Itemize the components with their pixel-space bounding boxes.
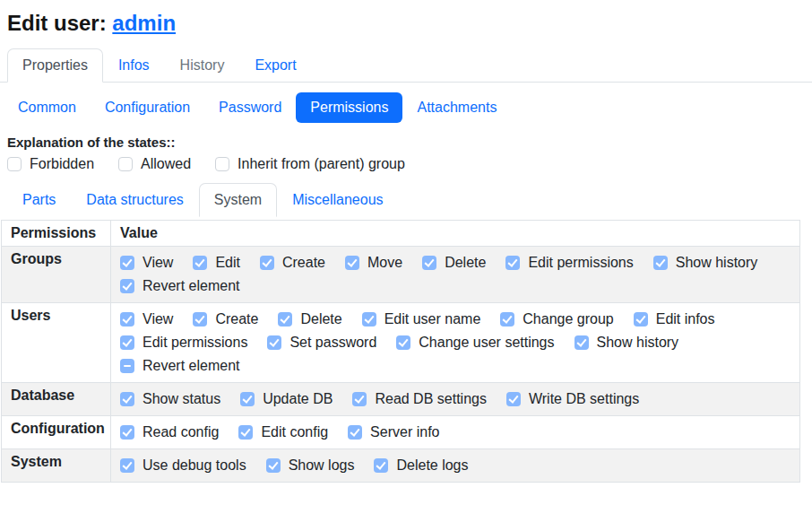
permission-label: Show status [143, 391, 220, 407]
permission-label: Edit infos [656, 311, 715, 327]
main-tab-export[interactable]: Export [239, 48, 311, 83]
permission-line: Show statusUpdate DBRead DB settingsWrit… [120, 387, 790, 411]
pill-tab-password[interactable]: Password [204, 92, 296, 123]
permission-values-cell: Read configEdit configServer info [111, 416, 800, 449]
permission-label: Create [282, 255, 325, 271]
users-edit-permissions-checkbox[interactable] [120, 335, 134, 350]
permission-category-configuration: Configuration [2, 416, 111, 449]
database-write-db-settings-checkbox[interactable] [506, 392, 521, 406]
groups-edit-checkbox[interactable] [193, 256, 207, 270]
database-show-status-checkbox[interactable] [120, 392, 134, 406]
pill-tab-common[interactable]: Common [4, 92, 91, 123]
permission-row-system: SystemUse debug toolsShow logsDelete log… [2, 449, 800, 483]
permission-label: Show logs [289, 457, 355, 474]
permission-item-set-password: Set password [267, 335, 376, 351]
configuration-edit-config-checkbox[interactable] [238, 425, 253, 440]
permission-label: Edit config [261, 424, 328, 440]
permission-label: View [143, 255, 173, 271]
permission-label: Create [215, 311, 258, 327]
sub-tab-parts[interactable]: Parts [7, 183, 71, 217]
states-legend-heading: Explanation of the states:: [7, 135, 805, 150]
permission-label: Delete [300, 311, 341, 327]
permission-row-users: UsersViewCreateDeleteEdit user nameChang… [2, 303, 800, 383]
pill-tab-permissions[interactable]: Permissions [296, 92, 402, 123]
page-title: Edit user: admin [7, 11, 805, 36]
groups-show-history-checkbox[interactable] [653, 256, 668, 270]
sub-tab-miscellaneous[interactable]: Miscellaneous [277, 183, 398, 217]
permission-item-change-group: Change group [500, 311, 613, 327]
permission-line: Revert element [120, 354, 790, 378]
permission-row-configuration: ConfigurationRead configEdit configServe… [2, 416, 800, 449]
permission-item-create: Create [193, 311, 258, 327]
legend-allowed-checkbox[interactable] [118, 157, 133, 171]
permissions-column-header: Permissions [2, 221, 111, 247]
permission-item-move: Move [345, 255, 402, 271]
users-edit-user-name-checkbox[interactable] [362, 312, 376, 327]
permission-item-server-info: Server info [348, 424, 439, 440]
legend-forbidden-checkbox[interactable] [7, 157, 22, 171]
users-create-checkbox[interactable] [193, 312, 207, 327]
permission-item-show-logs: Show logs [266, 457, 355, 474]
permission-label: Read DB settings [375, 391, 487, 407]
configuration-server-info-checkbox[interactable] [348, 425, 362, 440]
main-tab-infos[interactable]: Infos [103, 48, 165, 83]
permission-item-delete: Delete [422, 255, 486, 271]
permission-category-groups: Groups [2, 247, 111, 303]
permission-item-read-db-settings: Read DB settings [352, 391, 487, 407]
users-view-checkbox[interactable] [120, 312, 134, 327]
pill-tab-attachments[interactable]: Attachments [402, 92, 511, 123]
groups-create-checkbox[interactable] [260, 256, 274, 270]
system-use-debug-tools-checkbox[interactable] [120, 458, 134, 473]
groups-move-checkbox[interactable] [345, 256, 359, 270]
permission-label: Delete logs [396, 457, 468, 474]
users-set-password-checkbox[interactable] [267, 335, 281, 350]
system-delete-logs-checkbox[interactable] [374, 458, 388, 473]
users-change-user-settings-checkbox[interactable] [396, 335, 410, 350]
users-show-history-checkbox[interactable] [574, 335, 589, 350]
permission-item-edit-user-name: Edit user name [362, 311, 481, 327]
value-column-header: Value [111, 221, 800, 247]
users-change-group-checkbox[interactable] [500, 312, 514, 327]
main-tab-properties[interactable]: Properties [7, 48, 103, 83]
permission-values-cell: Use debug toolsShow logsDelete logs [111, 449, 800, 483]
permission-label: Edit permissions [143, 335, 247, 351]
groups-edit-permissions-checkbox[interactable] [505, 256, 520, 270]
permission-values-cell: ViewEditCreateMoveDeleteEdit permissions… [111, 247, 800, 303]
legend-inherit-from-parent-group-checkbox[interactable] [215, 157, 229, 171]
main-tabs: PropertiesInfosHistoryExport [0, 48, 812, 83]
sub-tab-system[interactable]: System [199, 183, 277, 217]
permission-item-write-db-settings: Write DB settings [506, 391, 639, 407]
permission-label: Read config [143, 424, 219, 440]
system-show-logs-checkbox[interactable] [266, 458, 281, 473]
permission-item-view: View [120, 255, 173, 271]
users-edit-infos-checkbox[interactable] [634, 312, 648, 327]
permission-values-cell: Show statusUpdate DBRead DB settingsWrit… [111, 383, 800, 416]
permission-label: Edit [215, 255, 240, 271]
configuration-read-config-checkbox[interactable] [120, 425, 134, 440]
permission-item-edit-infos: Edit infos [634, 311, 715, 327]
pill-tab-configuration[interactable]: Configuration [91, 92, 204, 123]
permission-label: Write DB settings [529, 391, 639, 407]
database-read-db-settings-checkbox[interactable] [352, 392, 367, 406]
permission-category-database: Database [2, 383, 111, 416]
permission-label: Show history [676, 255, 758, 271]
permission-item-use-debug-tools: Use debug tools [120, 457, 246, 474]
permission-item-show-history: Show history [574, 335, 679, 351]
permission-label: Move [367, 255, 402, 271]
permission-item-revert-element: Revert element [120, 358, 240, 374]
states-legend: Explanation of the states:: ForbiddenAll… [7, 135, 805, 172]
users-revert-element-checkbox[interactable] [120, 359, 134, 373]
permission-label: Revert element [143, 278, 240, 294]
permission-label: Change group [523, 311, 613, 327]
groups-delete-checkbox[interactable] [422, 256, 436, 270]
legend-item-label: Inherit from (parent) group [238, 156, 405, 172]
sub-tab-data-structures[interactable]: Data structures [71, 183, 198, 217]
users-delete-checkbox[interactable] [278, 312, 292, 327]
groups-revert-element-checkbox[interactable] [120, 279, 134, 293]
permission-item-edit: Edit [193, 255, 240, 271]
edited-user-link[interactable]: admin [112, 11, 176, 35]
database-update-db-checkbox[interactable] [240, 392, 255, 406]
permission-label: Use debug tools [143, 457, 246, 474]
groups-view-checkbox[interactable] [120, 256, 134, 270]
permission-label: Update DB [263, 391, 333, 407]
